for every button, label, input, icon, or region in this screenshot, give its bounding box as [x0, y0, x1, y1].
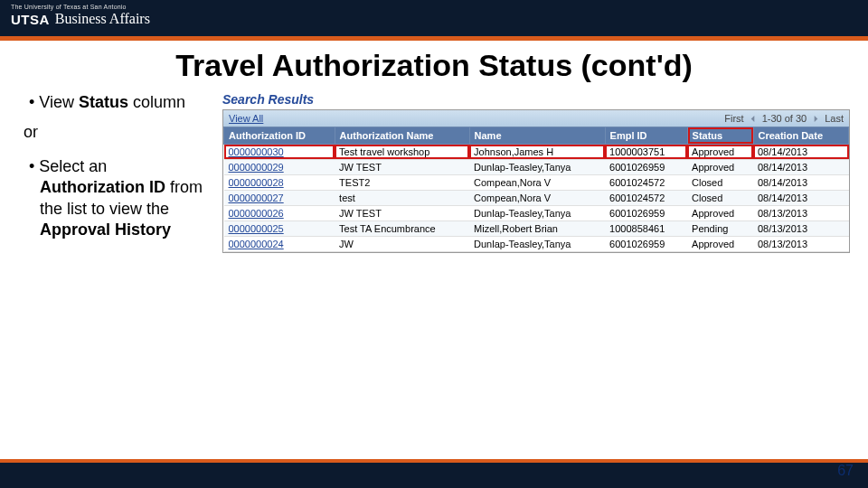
table-row: 0000000024JWDunlap-Teasley,Tanya60010269…: [224, 237, 849, 252]
bullet-view-status: • View Status column: [29, 92, 210, 113]
header-tagline: The University of Texas at San Antonio: [11, 4, 150, 10]
content-row: • View Status column or • Select an Auth…: [0, 92, 868, 253]
orange-divider: [0, 36, 868, 41]
footer-dark-bar: [0, 463, 868, 488]
cell-empl-id: 6001026959: [605, 206, 687, 221]
cell-auth-name: TEST2: [335, 175, 469, 191]
cell-creation: 08/14/2013: [753, 160, 849, 175]
cell-auth-name: Test travel workshop: [335, 145, 469, 160]
auth-id-link[interactable]: 0000000027: [229, 192, 284, 203]
cell-creation: 08/13/2013: [753, 221, 849, 237]
cell-name: Dunlap-Teasley,Tanya: [469, 206, 605, 221]
cell-auth-name: JW TEST: [335, 206, 469, 221]
cell-auth-id[interactable]: 0000000027: [224, 191, 335, 206]
table-row: 0000000025Test TA EncumbranceMizell,Robe…: [224, 221, 849, 237]
page-number: 67: [837, 463, 854, 479]
cell-empl-id: 6001024572: [605, 191, 687, 206]
results-table: Authorization ID Authorization Name Name…: [223, 127, 849, 252]
bullet-select-auth: • Select an Authorization ID from the li…: [29, 156, 210, 241]
cell-creation: 08/13/2013: [753, 237, 849, 252]
chevron-left-icon[interactable]: [749, 114, 758, 123]
cell-name: Johnson,James H: [469, 145, 605, 160]
search-results-heading: Search Results: [222, 92, 850, 107]
slide-header: The University of Texas at San Antonio U…: [0, 0, 868, 36]
cell-empl-id: 6001026959: [605, 160, 687, 175]
table-row: 0000000026JW TESTDunlap-Teasley,Tanya600…: [224, 206, 849, 221]
cell-auth-name: test: [335, 191, 469, 206]
search-results-panel: Search Results View All First 1-30 of 30…: [222, 92, 850, 253]
auth-id-link[interactable]: 0000000030: [229, 146, 284, 157]
grid-pager: First 1-30 of 30 Last: [724, 113, 844, 124]
cell-status: Approved: [687, 237, 753, 252]
results-grid: View All First 1-30 of 30 Last Authoriza…: [222, 109, 850, 253]
cell-name: Dunlap-Teasley,Tanya: [469, 237, 605, 252]
cell-auth-name: JW: [335, 237, 469, 252]
cell-status: Pending: [687, 221, 753, 237]
cell-creation: 08/13/2013: [753, 206, 849, 221]
col-auth-id[interactable]: Authorization ID: [224, 127, 335, 145]
cell-name: Dunlap-Teasley,Tanya: [469, 160, 605, 175]
instruction-panel: • View Status column or • Select an Auth…: [29, 92, 210, 253]
auth-id-link[interactable]: 0000000026: [229, 208, 284, 219]
cell-status: Approved: [687, 206, 753, 221]
cell-auth-name: Test TA Encumbrance: [335, 221, 469, 237]
cell-auth-id[interactable]: 0000000025: [224, 221, 335, 237]
col-name[interactable]: Name: [469, 127, 605, 145]
svg-marker-0: [751, 115, 755, 121]
cell-creation: 08/14/2013: [753, 191, 849, 206]
slide-footer: 67: [0, 459, 868, 488]
auth-id-link[interactable]: 0000000029: [229, 162, 284, 173]
cell-empl-id: 1000858461: [605, 221, 687, 237]
table-row: 0000000028TEST2Compean,Nora V6001024572C…: [224, 175, 849, 191]
cell-auth-id[interactable]: 0000000028: [224, 175, 335, 191]
table-row: 0000000030Test travel workshopJohnson,Ja…: [224, 145, 849, 160]
pager-last[interactable]: Last: [825, 113, 844, 124]
logo-prefix: UTSA: [11, 12, 50, 27]
cell-auth-name: JW TEST: [335, 160, 469, 175]
cell-empl-id: 1000003751: [605, 145, 687, 160]
grid-toolbar: View All First 1-30 of 30 Last: [223, 110, 849, 127]
bullet-or: or: [24, 122, 210, 143]
cell-auth-id[interactable]: 0000000029: [224, 160, 335, 175]
col-auth-name[interactable]: Authorization Name: [335, 127, 469, 145]
view-all-link[interactable]: View All: [229, 113, 263, 124]
auth-id-link[interactable]: 0000000028: [229, 177, 284, 188]
cell-empl-id: 6001024572: [605, 175, 687, 191]
table-row: 0000000027testCompean,Nora V6001024572Cl…: [224, 191, 849, 206]
cell-status: Closed: [687, 191, 753, 206]
cell-empl-id: 6001026959: [605, 237, 687, 252]
slide-title: Travel Authorization Status (cont'd): [0, 48, 868, 83]
cell-status: Approved: [687, 160, 753, 175]
header-logo: UTSA Business Affairs: [11, 11, 150, 27]
pager-first[interactable]: First: [724, 113, 743, 124]
pager-range: 1-30 of 30: [762, 113, 807, 124]
col-empl-id[interactable]: Empl ID: [605, 127, 687, 145]
auth-id-link[interactable]: 0000000025: [229, 223, 284, 234]
cell-creation: 08/14/2013: [753, 145, 849, 160]
auth-id-link[interactable]: 0000000024: [229, 239, 284, 249]
cell-status: Closed: [687, 175, 753, 191]
cell-auth-id[interactable]: 0000000030: [224, 145, 335, 160]
cell-name: Mizell,Robert Brian: [469, 221, 605, 237]
logo-suffix: Business Affairs: [55, 11, 150, 27]
svg-marker-1: [814, 115, 817, 121]
cell-status: Approved: [687, 145, 753, 160]
chevron-right-icon[interactable]: [811, 114, 820, 123]
cell-auth-id[interactable]: 0000000024: [224, 237, 335, 252]
cell-name: Compean,Nora V: [469, 191, 605, 206]
col-creation[interactable]: Creation Date: [753, 127, 849, 145]
cell-creation: 08/14/2013: [753, 175, 849, 191]
col-status[interactable]: Status: [687, 127, 753, 145]
table-row: 0000000029JW TESTDunlap-Teasley,Tanya600…: [224, 160, 849, 175]
cell-name: Compean,Nora V: [469, 175, 605, 191]
cell-auth-id[interactable]: 0000000026: [224, 206, 335, 221]
